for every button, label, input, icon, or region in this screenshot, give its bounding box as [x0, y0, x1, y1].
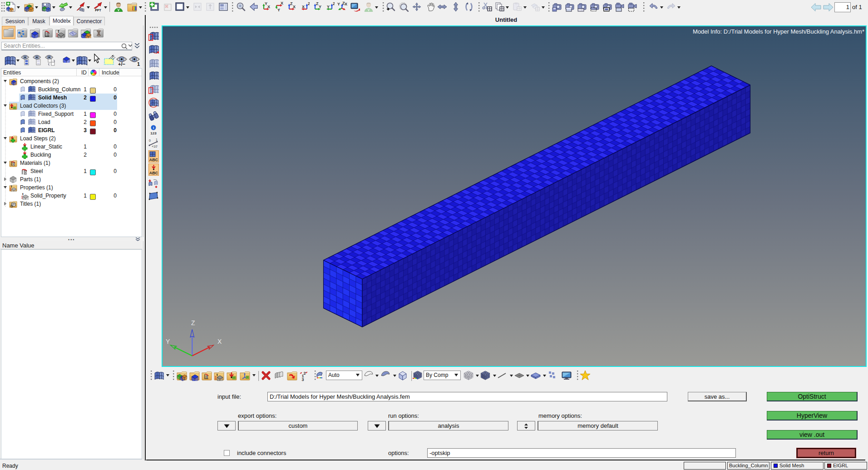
svg-text:t: t: [217, 373, 218, 377]
svg-text:3: 3: [301, 377, 304, 381]
svg-text:X: X: [217, 338, 222, 345]
svg-text:Z: Z: [191, 319, 195, 327]
svg-text:Y: Y: [166, 338, 170, 345]
